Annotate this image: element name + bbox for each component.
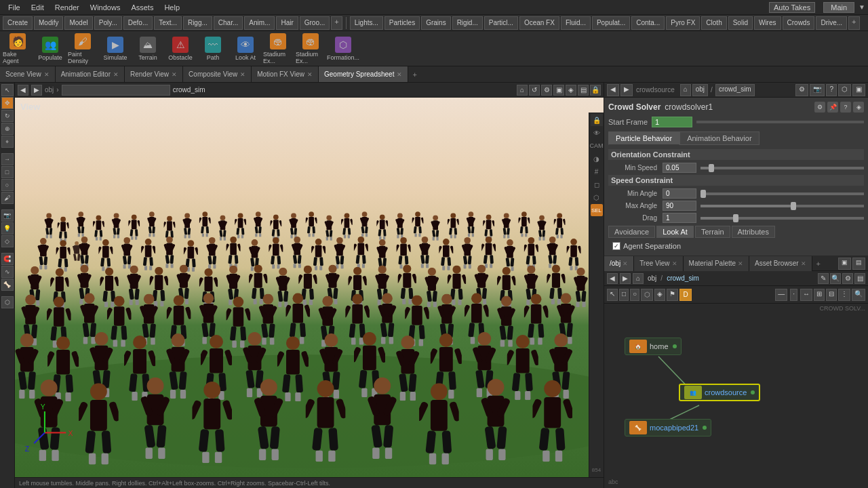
tool-pose[interactable]: 🦴 — [1, 279, 14, 291]
attributes-tab[interactable]: Attributes — [732, 226, 775, 238]
solver-help-icon[interactable]: ? — [840, 102, 851, 113]
max-angle-slider[interactable] — [701, 205, 864, 207]
modify-button[interactable]: Modify — [34, 16, 63, 30]
rp-home-button[interactable]: ⌂ — [680, 84, 691, 96]
tab-scene-view-close[interactable]: ✕ — [44, 71, 50, 78]
tab-composite-view-close[interactable]: ✕ — [240, 71, 245, 78]
viewport-display-button[interactable]: ▣ — [553, 85, 564, 96]
wires-button[interactable]: Wires — [754, 16, 781, 30]
oceanfx-button[interactable]: Ocean FX — [519, 16, 559, 30]
min-speed-input[interactable] — [663, 163, 696, 173]
stadium-ex2-button[interactable]: 🏟 Stadium Ex... — [296, 33, 326, 64]
tool-brush[interactable]: 🖌 — [1, 192, 14, 204]
text-button[interactable]: Text... — [154, 16, 182, 30]
tab-motion-fx-close[interactable]: ✕ — [307, 71, 313, 78]
nt-box[interactable]: □ — [619, 289, 629, 301]
viewport-shade-icon[interactable]: ◑ — [591, 152, 603, 165]
min-angle-slider[interactable] — [701, 192, 864, 195]
rp-settings-icon[interactable]: ⚙ — [795, 84, 808, 96]
paint-density-button[interactable]: 🖌 Paint Density — [68, 33, 98, 64]
tab-obj-close[interactable]: ✕ — [623, 260, 628, 267]
node-mocapbiped[interactable]: 🦴 mocapbiped21 — [625, 419, 711, 436]
drag-slider[interactable] — [701, 217, 864, 220]
look-at-button[interactable]: 👁 Look At — [231, 33, 260, 64]
terrain-button[interactable]: ⛰ Terrain — [133, 33, 163, 64]
nt-geo[interactable]: ⬡ — [641, 289, 653, 301]
stadium-ex1-button[interactable]: 🏟 Stadium Ex... — [263, 33, 293, 64]
tab-material-palette[interactable]: Material Palette ✕ — [684, 256, 749, 271]
viewport-eye-icon[interactable]: 👁 — [591, 127, 603, 139]
tool-camera[interactable]: 📷 — [1, 209, 14, 222]
menu-windows[interactable]: Windows — [85, 2, 126, 13]
toolbar-add-button[interactable]: + — [331, 16, 342, 30]
tab-asset-browser[interactable]: Asset Browser ✕ — [749, 256, 812, 271]
tool-scale[interactable]: ⊕ — [1, 123, 14, 135]
node-canvas[interactable]: CROWD SOLV... 🏠 home — [604, 304, 868, 488]
conta-button[interactable]: Conta... — [631, 16, 665, 30]
tool-geo[interactable]: ◇ — [1, 235, 14, 247]
tool-select[interactable]: ↖ — [1, 84, 14, 96]
nt-lasso[interactable]: ○ — [630, 289, 639, 301]
tab-scene-view[interactable]: Scene View ✕ — [0, 66, 56, 83]
nt-render[interactable]: ◈ — [654, 289, 665, 301]
rp-help-icon[interactable]: ? — [826, 84, 837, 96]
solver-hide-icon[interactable]: ◈ — [853, 102, 864, 113]
solver-settings-icon[interactable]: ⚙ — [814, 102, 825, 113]
viewport-back-button[interactable]: ◀ — [18, 85, 28, 96]
viewport-sel-icon[interactable]: SEL — [591, 204, 603, 216]
min-angle-input[interactable] — [663, 188, 696, 199]
tool-move[interactable]: ✥ — [1, 97, 14, 109]
viewport-grid-icon[interactable]: # — [591, 165, 603, 178]
menu-help[interactable]: Help — [159, 2, 185, 13]
rp-obj-button[interactable]: obj — [692, 84, 708, 96]
rp-forward-button[interactable]: ▶ — [620, 84, 633, 96]
viewport-lock-icon[interactable]: 🔒 — [591, 114, 603, 126]
crowds-button[interactable]: Crowds — [783, 16, 815, 30]
main-dropdown[interactable]: Main — [823, 2, 854, 13]
min-speed-slider[interactable] — [701, 167, 864, 169]
tab-asset-browser-close[interactable]: ✕ — [801, 260, 806, 267]
tool-network[interactable]: ⬡ — [1, 296, 14, 308]
drag-input[interactable] — [663, 213, 696, 223]
viewport-home-button[interactable]: ⌂ — [517, 85, 528, 96]
auto-takes-button[interactable]: Auto Takes — [769, 2, 815, 13]
viewport-obj-icon[interactable]: ⬡ — [591, 191, 603, 203]
hair-button[interactable]: Hair — [276, 16, 298, 30]
tool-light[interactable]: 💡 — [1, 222, 14, 235]
viewport-render-button[interactable]: ◈ — [566, 85, 576, 96]
viewport-vis-icon[interactable]: ◻ — [591, 178, 603, 190]
nt-search[interactable]: 🔍 — [852, 289, 865, 301]
defo-button[interactable]: Defo... — [123, 16, 153, 30]
viewport-forward-button[interactable]: ▶ — [31, 85, 42, 96]
formation-button[interactable]: ⬡ Formation... — [328, 33, 358, 64]
nt-flag[interactable]: ⚑ — [667, 289, 678, 301]
rp-expand-icon[interactable]: ▣ — [852, 84, 865, 96]
bake-agent-button[interactable]: 🧑 Bake Agent — [3, 33, 33, 64]
menu-render[interactable]: Render — [50, 2, 85, 13]
populat-button[interactable]: Populat... — [592, 16, 630, 30]
tool-box[interactable]: □ — [1, 166, 14, 178]
tool-lasso[interactable]: ○ — [1, 179, 14, 191]
avoidance-tab[interactable]: Avoidance — [608, 226, 655, 238]
nn-back-button[interactable]: ◀ — [607, 273, 618, 284]
nn-edit-icon[interactable]: ✎ — [818, 273, 829, 284]
terrain-tab[interactable]: Terrain — [695, 226, 730, 238]
lights-button[interactable]: Lights... — [350, 16, 383, 30]
particles-button[interactable]: Particles — [384, 16, 420, 30]
tab-render-view-close[interactable]: ✕ — [172, 71, 177, 78]
tab-composite-view[interactable]: Composite View ✕ — [183, 66, 252, 83]
rp-back-button[interactable]: ◀ — [607, 84, 619, 96]
particle-button[interactable]: Particl... — [484, 16, 518, 30]
tab-geometry-spreadsheet-close[interactable]: ✕ — [397, 71, 402, 78]
nt-zoom-out[interactable]: · — [790, 289, 797, 301]
solid-button[interactable]: Solid — [728, 16, 753, 30]
tab-render-view[interactable]: Render View ✕ — [125, 66, 183, 83]
tool-rotate[interactable]: ↻ — [1, 110, 14, 122]
toolbar2-add-button[interactable]: + — [848, 16, 859, 30]
drive-button[interactable]: Drive... — [816, 16, 847, 30]
viewport-menu-button[interactable]: ▤ — [578, 85, 589, 96]
tab-material-palette-close[interactable]: ✕ — [738, 260, 743, 267]
create-button[interactable]: Create — [3, 16, 33, 30]
viewport-refresh-button[interactable]: ↺ — [529, 85, 540, 96]
nn-search-icon[interactable]: 🔍 — [830, 273, 841, 284]
